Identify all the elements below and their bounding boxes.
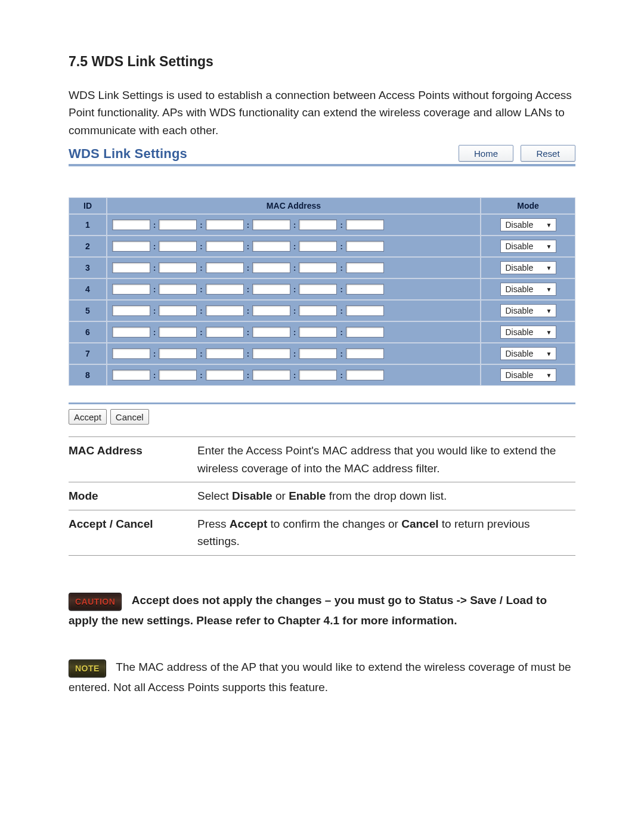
mode-select[interactable]: Disable▼: [500, 240, 556, 253]
cancel-button[interactable]: Cancel: [110, 409, 149, 425]
mac-octet-input[interactable]: [299, 370, 337, 380]
mac-octet-input[interactable]: [346, 370, 384, 380]
mac-octet-input[interactable]: [159, 370, 197, 380]
mac-separator: :: [152, 371, 157, 380]
mac-octet-input[interactable]: [159, 327, 197, 337]
wds-table-header-row: ID MAC Address Mode: [69, 197, 575, 214]
home-button[interactable]: Home: [459, 145, 513, 162]
section-heading: 7.5 WDS Link Settings: [69, 54, 575, 70]
mode-select[interactable]: Disable▼: [500, 347, 556, 360]
mac-octet-input[interactable]: [159, 348, 197, 359]
mac-octet-input[interactable]: [206, 284, 244, 295]
mac-octet-input[interactable]: [346, 219, 384, 230]
mac-octet-input[interactable]: [346, 241, 384, 252]
mac-octet-input[interactable]: [206, 327, 244, 337]
mac-octet-input[interactable]: [346, 305, 384, 316]
mac-octet-input[interactable]: [112, 305, 150, 316]
mac-octet-input[interactable]: [159, 262, 197, 273]
mac-cell: :::::: [107, 236, 481, 257]
note-text: The MAC address of the AP that you would…: [69, 661, 571, 693]
mac-octet-input[interactable]: [206, 262, 244, 273]
mac-separator: :: [199, 242, 203, 251]
mode-select-value: Disable: [506, 241, 534, 251]
mac-octet-input[interactable]: [299, 262, 337, 273]
mode-select[interactable]: Disable▼: [500, 261, 556, 274]
accept-button[interactable]: Accept: [69, 409, 107, 425]
mac-octet-input[interactable]: [159, 305, 197, 316]
row-id: 5: [69, 300, 107, 321]
mac-cell: :::::: [107, 321, 481, 343]
mac-octet-input[interactable]: [252, 370, 290, 380]
mac-octet-input[interactable]: [346, 284, 384, 295]
mac-octet-input[interactable]: [159, 219, 197, 230]
mac-separator: :: [292, 328, 297, 337]
mac-separator: :: [339, 349, 343, 358]
mac-cell: :::::: [107, 343, 481, 364]
mac-octet-input[interactable]: [299, 284, 337, 295]
mode-select-value: Disable: [506, 284, 534, 294]
mac-separator: :: [292, 242, 297, 251]
mac-octet-input[interactable]: [112, 327, 150, 337]
chevron-down-icon: ▼: [546, 308, 552, 314]
mac-octet-input[interactable]: [346, 327, 384, 337]
desc-text: Enter the Access Point's MAC address tha…: [197, 437, 575, 482]
mac-octet-input[interactable]: [206, 219, 244, 230]
mac-separator: :: [199, 264, 203, 272]
mode-cell: Disable▼: [481, 214, 575, 236]
mac-octet-input[interactable]: [299, 219, 337, 230]
mac-octet-input[interactable]: [252, 348, 290, 359]
mode-select[interactable]: Disable▼: [500, 283, 556, 296]
mac-octet-input[interactable]: [206, 370, 244, 380]
chevron-down-icon: ▼: [546, 372, 552, 379]
mac-octet-input[interactable]: [206, 348, 244, 359]
mode-select-value: Disable: [506, 349, 534, 358]
mac-octet-input[interactable]: [252, 241, 290, 252]
table-row: 1:::::Disable▼: [69, 214, 575, 236]
panel-divider: [69, 402, 575, 404]
mac-octet-input[interactable]: [112, 219, 150, 230]
section-intro: WDS Link Settings is used to establish a…: [69, 86, 575, 139]
caution-text: Accept does not apply the changes – you …: [69, 594, 547, 627]
mode-select[interactable]: Disable▼: [500, 218, 556, 231]
mac-octet-input[interactable]: [252, 284, 290, 295]
mac-octet-input[interactable]: [299, 241, 337, 252]
table-row: 3:::::Disable▼: [69, 257, 575, 278]
mode-select[interactable]: Disable▼: [500, 304, 556, 317]
mac-octet-input[interactable]: [112, 284, 150, 295]
mac-octet-input[interactable]: [159, 284, 197, 295]
desc-term: Accept / Cancel: [69, 510, 197, 555]
mac-octet-input[interactable]: [206, 241, 244, 252]
mac-separator: :: [292, 349, 297, 358]
mac-octet-input[interactable]: [299, 327, 337, 337]
mac-octet-input[interactable]: [159, 241, 197, 252]
page-root: 7.5 WDS Link Settings WDS Link Settings …: [0, 0, 644, 833]
mac-octet-input[interactable]: [206, 305, 244, 316]
mac-octet-input[interactable]: [346, 262, 384, 273]
row-id: 6: [69, 321, 107, 343]
caution-callout: CAUTION Accept does not apply the change…: [69, 590, 575, 631]
mac-octet-input[interactable]: [252, 219, 290, 230]
mode-cell: Disable▼: [481, 257, 575, 278]
mac-separator: :: [246, 306, 250, 315]
mac-octet-input[interactable]: [252, 262, 290, 273]
mac-octet-input[interactable]: [112, 241, 150, 252]
mac-octet-input[interactable]: [112, 348, 150, 359]
mac-separator: :: [152, 221, 157, 230]
mac-separator: :: [292, 285, 297, 294]
mode-cell: Disable▼: [481, 321, 575, 343]
description-table: MAC Address Enter the Access Point's MAC…: [69, 436, 575, 555]
row-id: 3: [69, 257, 107, 278]
mac-separator: :: [339, 306, 343, 315]
mac-octet-input[interactable]: [252, 327, 290, 337]
reset-button[interactable]: Reset: [521, 145, 575, 162]
mode-select[interactable]: Disable▼: [500, 326, 556, 339]
chevron-down-icon: ▼: [546, 222, 552, 228]
mode-select[interactable]: Disable▼: [500, 368, 556, 382]
mac-octet-input[interactable]: [112, 262, 150, 273]
mac-octet-input[interactable]: [112, 370, 150, 380]
mac-octet-input[interactable]: [346, 348, 384, 359]
mac-octet-input[interactable]: [299, 305, 337, 316]
mac-separator: :: [292, 371, 297, 380]
mac-octet-input[interactable]: [252, 305, 290, 316]
mac-octet-input[interactable]: [299, 348, 337, 359]
